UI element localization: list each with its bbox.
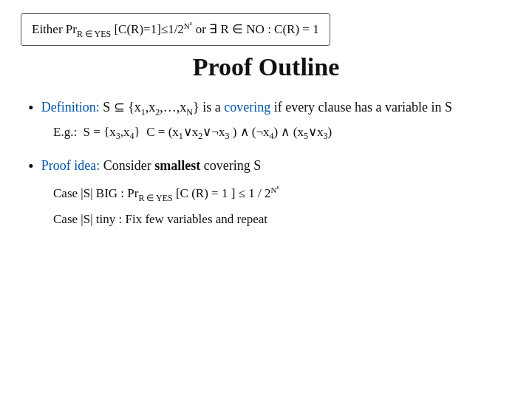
bullet-1-icon: •	[28, 98, 34, 119]
page-title: Proof Outline	[21, 53, 511, 81]
definition-label: Definition:	[41, 100, 100, 115]
case-tiny-line: Case |S| tiny : Fix few variables and re…	[53, 209, 511, 229]
pr-subscript: R ∈ YES	[77, 29, 111, 39]
case-big-line: Case |S| BIG : PrR ∈ YES [C (R) = 1 ] ≤ …	[53, 182, 511, 205]
definition-text: Definition: S ⊆ {x1,x2,…,xN} is a coveri…	[41, 98, 452, 119]
ns-superscript: Nε	[184, 21, 193, 30]
proof-idea-label: Proof idea:	[41, 158, 100, 173]
proof-idea-text: Proof idea: Consider smallest covering S	[41, 156, 261, 176]
top-box: Either PrR ∈ YES [C(R)=1]≤1/2Nε or ∃ R ∈…	[21, 13, 330, 46]
case-big-subscript: R ∈ YES	[138, 193, 172, 203]
example-line: E.g.: S = {x3,x4} C = (x1∨x2∨¬x3 ) ∧ (¬x…	[53, 123, 511, 143]
smallest-word: smallest	[154, 158, 200, 173]
bullet-2-icon: •	[28, 156, 34, 177]
case-big-superscript: Nε	[270, 185, 279, 194]
covering-word: covering	[224, 100, 270, 115]
